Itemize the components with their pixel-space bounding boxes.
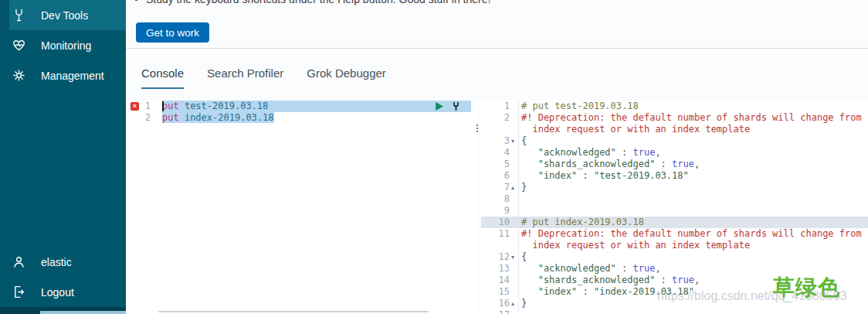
sidebar-footer: elasticLogout: [0, 247, 126, 307]
token-bool: true: [633, 147, 656, 158]
output-line: index request or with an index template: [481, 240, 868, 251]
token-error: #! Deprecation: the default number of sh…: [521, 112, 868, 123]
heartbeat-icon: [12, 38, 26, 53]
output-gutter: 3▾: [481, 135, 519, 147]
token-error: index request or with an index template: [521, 240, 750, 251]
token-method: put: [162, 101, 179, 111]
token-str: "acknowledged": [521, 263, 616, 274]
token-str: "index": [521, 170, 577, 181]
line-number: 2: [504, 112, 510, 123]
fold-toggle-icon[interactable]: ▴: [511, 183, 514, 192]
tab-grok-debugger[interactable]: Grok Debugger: [307, 67, 386, 89]
sidebar-nav: Dev ToolsMonitoringManagement: [0, 0, 126, 90]
output-gutter: 6: [481, 170, 519, 182]
line-number: 16: [499, 298, 510, 309]
output-gutter: 12▾: [481, 251, 519, 263]
output-line: 12▾{: [481, 251, 868, 263]
token-punct: ,: [694, 275, 700, 285]
sidebar-item-management[interactable]: Management: [0, 60, 126, 90]
output-line: 9: [481, 205, 868, 217]
line-number: 15: [499, 286, 510, 297]
token-punct: :: [577, 170, 594, 181]
sidebar-item-label: Logout: [41, 286, 74, 299]
tab-bar: ConsoleSearch ProfilerGrok Debugger: [141, 67, 386, 89]
logout-icon: [12, 285, 26, 299]
output-gutter: 13: [481, 263, 519, 275]
line-number: 12: [499, 251, 510, 262]
output-line-content: #! Deprecation: the default number of sh…: [519, 228, 868, 240]
output-gutter: [481, 124, 519, 135]
output-line: 8: [481, 193, 868, 205]
line-number: 13: [499, 263, 510, 274]
output-gutter: 8: [481, 193, 519, 205]
output-gutter: 4: [481, 147, 519, 159]
intro-bullet-text: Study the keyboard shortcuts under the H…: [146, 0, 490, 5]
fold-toggle-icon[interactable]: ▴: [511, 299, 514, 308]
request-settings-wrench-icon[interactable]: [451, 101, 461, 111]
output-line: 11#! Deprecation: the default number of …: [481, 228, 868, 240]
fold-toggle-icon[interactable]: ▾: [511, 253, 514, 261]
output-line: 10# put index-2019.03.18: [481, 217, 868, 228]
editor-line-content: put test-2019.03.18: [162, 101, 478, 112]
sidebar-item-monitoring[interactable]: Monitoring: [0, 30, 126, 60]
output-line-content: index request or with an index template: [519, 124, 868, 135]
token-punct: ,: [655, 147, 660, 158]
bullet-dot: •: [134, 0, 138, 5]
output-gutter: 10: [481, 217, 519, 228]
output-line: 1# put test-2019.03.18: [481, 101, 868, 112]
output-line: 5 "shards_acknowledged" : true,: [481, 159, 868, 170]
section-divider: [126, 48, 868, 49]
output-line-content: # put test-2019.03.18: [519, 101, 868, 112]
token-str: "test-2019.03.18": [594, 170, 689, 181]
request-editor-pane[interactable]: ×1put test-2019.03.182put index-2019.03.…: [126, 101, 478, 314]
line-number: 5: [504, 159, 510, 169]
sidebar-item-label: Dev Tools: [41, 9, 88, 22]
error-icon: ×: [131, 102, 139, 111]
token-punct: :: [655, 159, 672, 169]
token-method: put: [162, 112, 179, 123]
output-line-content: # put index-2019.03.18: [519, 217, 868, 228]
request-text: put index-2019.03.18: [162, 112, 274, 123]
token-bool: true: [672, 159, 694, 169]
editor-gutter: 2: [126, 112, 162, 124]
output-line-content: [519, 309, 868, 314]
line-number: 2: [145, 112, 151, 123]
output-gutter: 2: [481, 112, 519, 124]
sidebar-item-elastic[interactable]: elastic: [0, 247, 126, 277]
token-punct: :: [616, 263, 633, 274]
token-str: "acknowledged": [521, 147, 616, 158]
token-punct: {: [521, 251, 527, 262]
pane-resizer-handle[interactable]: [475, 125, 480, 137]
token-punct: ,: [655, 263, 660, 274]
token-str: "shards_acknowledged": [521, 159, 655, 169]
output-line-content: #! Deprecation: the default number of sh…: [519, 112, 868, 124]
sidebar-scrollbar-thumb[interactable]: [40, 311, 131, 314]
intro-bullet-item: • Study the keyboard shortcuts under the…: [134, 0, 490, 5]
tab-console[interactable]: Console: [141, 67, 184, 89]
kibana-dev-tools-page: Dev ToolsMonitoringManagement elasticLog…: [0, 0, 868, 314]
editor-line[interactable]: ×1put test-2019.03.18: [126, 101, 478, 112]
token-punct: {: [521, 135, 527, 146]
send-request-play-icon[interactable]: [434, 101, 444, 111]
token-punct: :: [577, 286, 594, 297]
tab-search-profiler[interactable]: Search Profiler: [207, 67, 283, 89]
output-line: 3▾{: [481, 135, 868, 147]
token-punct: ,: [694, 159, 700, 169]
output-line: 2#! Deprecation: the default number of s…: [481, 112, 868, 124]
output-line: index request or with an index template: [481, 124, 868, 135]
line-number: 1: [145, 101, 151, 111]
token-str: "shards_acknowledged": [521, 275, 655, 285]
editor-line[interactable]: 2put index-2019.03.18: [126, 112, 478, 124]
output-gutter: 16▴: [481, 298, 519, 309]
horizontal-scrollbar-track[interactable]: [158, 311, 429, 312]
token-bool: true: [672, 275, 694, 285]
sidebar-item-logout[interactable]: Logout: [0, 277, 126, 307]
get-to-work-button[interactable]: Get to work: [136, 22, 209, 43]
fold-toggle-icon[interactable]: ▾: [511, 137, 514, 145]
sidebar-item-dev-tools[interactable]: Dev Tools: [0, 0, 126, 30]
token-comment: # put test-2019.03.18: [521, 101, 639, 111]
output-gutter: 5: [481, 159, 519, 170]
output-line: 4 "acknowledged" : true,: [481, 147, 868, 159]
sidebar: Dev ToolsMonitoringManagement elasticLog…: [0, 0, 126, 314]
line-number: 10: [499, 217, 510, 227]
